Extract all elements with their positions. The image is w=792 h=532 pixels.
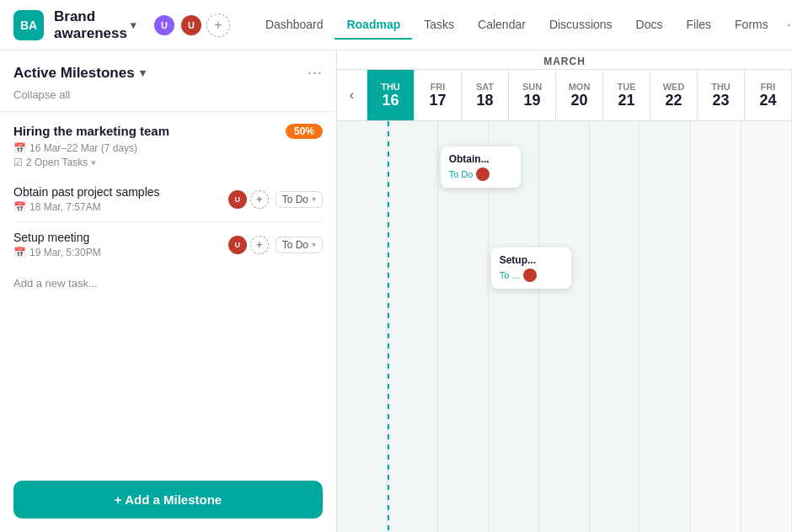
month-label: MARCH bbox=[337, 51, 792, 70]
cal-body-col-21 bbox=[590, 121, 640, 532]
tab-files[interactable]: Files bbox=[674, 11, 723, 40]
nav-more-button[interactable]: ··· bbox=[780, 9, 792, 40]
cal-day-24: FRI24 bbox=[745, 70, 792, 120]
add-member-button[interactable]: + bbox=[206, 13, 230, 37]
avatar-user1: U bbox=[153, 13, 176, 37]
task-card-avatar bbox=[523, 269, 537, 282]
calendar-icon: 📅 bbox=[13, 142, 26, 154]
top-avatars: U U + bbox=[153, 13, 230, 37]
avatar: U bbox=[228, 236, 247, 254]
cal-day-23: THU23 bbox=[698, 70, 745, 120]
task-avatars: U + bbox=[228, 190, 269, 209]
milestones-chevron-icon[interactable]: ▾ bbox=[140, 66, 146, 79]
task-item[interactable]: Setup meeting 📅 19 Mar, 5:30PM U + To Do… bbox=[13, 222, 323, 267]
cal-icon: 📅 bbox=[13, 247, 26, 258]
tab-calendar[interactable]: Calendar bbox=[466, 11, 538, 40]
today-line bbox=[388, 121, 389, 532]
nav-tabs: Dashboard Roadmap Tasks Calendar Discuss… bbox=[254, 9, 792, 40]
cal-body-col-23 bbox=[691, 121, 741, 532]
cal-grid-inner: Obtain... To Do Setup... To ... bbox=[337, 121, 792, 532]
task-list: Obtain past project samples 📅 18 Mar, 7:… bbox=[13, 177, 323, 267]
milestones-more-button[interactable]: ··· bbox=[308, 64, 323, 82]
add-assignee-button[interactable]: + bbox=[250, 190, 269, 209]
task-date: 📅 18 Mar, 7:57AM bbox=[13, 201, 222, 213]
cal-prev-button[interactable]: ‹ bbox=[337, 70, 367, 120]
cal-body-col-17 bbox=[388, 121, 438, 532]
tasks-chevron-icon[interactable]: ▾ bbox=[91, 157, 96, 168]
task-card[interactable]: Setup... To ... bbox=[491, 247, 571, 289]
cal-days: THU16FRI17SAT18SUN19MON20TUE21WED22THU23… bbox=[367, 70, 792, 120]
task-card-status: To ... bbox=[500, 269, 563, 282]
tab-tasks[interactable]: Tasks bbox=[412, 11, 466, 40]
tab-forms[interactable]: Forms bbox=[723, 11, 780, 40]
avatar-user2: U bbox=[179, 13, 203, 37]
task-card-name: Obtain... bbox=[449, 153, 512, 165]
left-panel: Active Milestones ▾ ··· Collapse all Hir… bbox=[0, 51, 337, 532]
tab-roadmap[interactable]: Roadmap bbox=[334, 11, 412, 40]
milestones-title: Active Milestones ▾ bbox=[13, 65, 146, 82]
cal-day-21: TUE21 bbox=[603, 70, 650, 120]
task-card[interactable]: Obtain... To Do bbox=[441, 146, 521, 188]
task-content: Setup meeting 📅 19 Mar, 5:30PM bbox=[13, 231, 222, 258]
cal-icon: 📅 bbox=[13, 201, 26, 213]
app-icon: BA bbox=[13, 10, 44, 40]
cal-body-col-20 bbox=[539, 121, 590, 532]
cal-day-22: WED22 bbox=[650, 70, 698, 120]
task-icon: ☑ bbox=[13, 157, 23, 168]
add-milestone-button[interactable]: + Add a Milestone bbox=[13, 481, 323, 519]
milestone-tasks: ☑ 2 Open Tasks ▾ bbox=[13, 157, 323, 168]
calendar-header: ‹ THU16FRI17SAT18SUN19MON20TUE21WED22THU… bbox=[337, 70, 792, 121]
task-avatars: U + bbox=[228, 236, 269, 254]
cal-day-17: FRI17 bbox=[415, 70, 462, 120]
task-card-name: Setup... bbox=[500, 254, 563, 266]
milestone-header-row: Hiring the marketing team 50% bbox=[13, 124, 323, 139]
cal-body-col-24 bbox=[741, 121, 792, 532]
tab-dashboard[interactable]: Dashboard bbox=[254, 11, 335, 40]
milestones-header: Active Milestones ▾ ··· bbox=[0, 51, 336, 88]
task-date: 📅 19 Mar, 5:30PM bbox=[13, 247, 222, 258]
add-task-button[interactable]: Add a new task... bbox=[13, 267, 323, 293]
cal-day-16: THU16 bbox=[367, 70, 415, 120]
chevron-down-icon: ▾ bbox=[312, 194, 316, 204]
chevron-down-icon: ▾ bbox=[312, 240, 316, 249]
task-name: Setup meeting bbox=[13, 231, 222, 244]
cal-day-20: MON20 bbox=[556, 70, 603, 120]
task-status-dropdown[interactable]: To Do ▾ bbox=[276, 191, 323, 208]
collapse-all-button[interactable]: Collapse all bbox=[0, 88, 336, 111]
cal-day-19: SUN19 bbox=[509, 70, 556, 120]
milestone-name: Hiring the marketing team bbox=[13, 124, 169, 138]
calendar-body: Obtain... To Do Setup... To ... bbox=[337, 121, 792, 532]
right-panel: MARCH ‹ THU16FRI17SAT18SUN19MON20TUE21WE… bbox=[337, 51, 792, 532]
task-content: Obtain past project samples 📅 18 Mar, 7:… bbox=[13, 185, 222, 213]
main-layout: Active Milestones ▾ ··· Collapse all Hir… bbox=[0, 51, 792, 532]
task-name: Obtain past project samples bbox=[13, 185, 222, 199]
tab-docs[interactable]: Docs bbox=[624, 11, 675, 40]
project-name: Brand awareness ▾ bbox=[54, 8, 136, 42]
task-card-avatar bbox=[476, 168, 490, 181]
task-card-status: To Do bbox=[449, 168, 512, 181]
chevron-down-icon[interactable]: ▾ bbox=[131, 19, 136, 31]
add-assignee-button[interactable]: + bbox=[250, 236, 269, 254]
tab-discussions[interactable]: Discussions bbox=[538, 11, 624, 40]
cal-day-18: SAT18 bbox=[462, 70, 509, 120]
milestone-badge: 50% bbox=[286, 124, 323, 139]
cal-body-col-16 bbox=[337, 121, 388, 532]
cal-body-col-22 bbox=[640, 121, 691, 532]
milestone-dates: 📅 16 Mar–22 Mar (7 days) bbox=[13, 142, 323, 154]
task-item[interactable]: Obtain past project samples 📅 18 Mar, 7:… bbox=[13, 177, 323, 222]
task-status-dropdown[interactable]: To Do ▾ bbox=[276, 237, 323, 253]
milestone-section: Hiring the marketing team 50% 📅 16 Mar–2… bbox=[0, 111, 336, 471]
avatar: U bbox=[228, 190, 247, 209]
topbar: BA Brand awareness ▾ U U + Dashboard Roa… bbox=[0, 0, 792, 51]
